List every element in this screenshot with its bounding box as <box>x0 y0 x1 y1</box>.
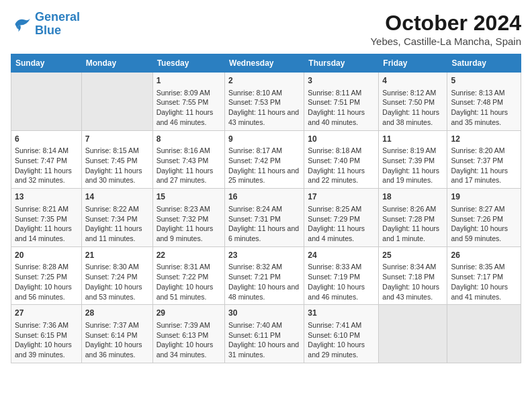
sunrise-text: Sunrise: 8:19 AM <box>382 146 436 154</box>
calendar-cell: 1Sunrise: 8:09 AMSunset: 7:55 PMDaylight… <box>152 73 224 131</box>
day-number: 30 <box>228 308 300 319</box>
day-number: 14 <box>85 191 149 203</box>
daylight-text: Daylight: 10 hours and 31 minutes. <box>228 340 299 359</box>
calendar-cell <box>81 73 152 131</box>
calendar-cell: 17Sunrise: 8:25 AMSunset: 7:29 PMDayligh… <box>304 189 379 247</box>
calendar-table: Sunday Monday Tuesday Wednesday Thursday… <box>11 54 521 363</box>
daylight-text: Daylight: 10 hours and 41 minutes. <box>451 283 508 301</box>
day-number: 17 <box>308 191 375 203</box>
calendar-cell: 27Sunrise: 7:36 AMSunset: 6:15 PMDayligh… <box>11 305 82 363</box>
sunset-text: Sunset: 7:18 PM <box>382 273 435 281</box>
sunrise-text: Sunrise: 8:20 AM <box>451 146 504 154</box>
daylight-text: Daylight: 10 hours and 46 minutes. <box>308 283 365 301</box>
daylight-text: Daylight: 11 hours and 1 minute. <box>382 224 439 242</box>
day-number: 16 <box>228 191 300 203</box>
day-number: 3 <box>308 75 375 87</box>
sunrise-text: Sunrise: 7:36 AM <box>15 321 69 329</box>
sunrise-text: Sunrise: 8:24 AM <box>228 205 282 213</box>
daylight-text: Daylight: 11 hours and 40 minutes. <box>308 108 365 126</box>
sunset-text: Sunset: 7:32 PM <box>157 215 209 223</box>
sunset-text: Sunset: 7:24 PM <box>85 273 138 281</box>
calendar-cell: 21Sunrise: 8:30 AMSunset: 7:24 PMDayligh… <box>81 246 152 305</box>
calendar-week-row: 20Sunrise: 8:28 AMSunset: 7:25 PMDayligh… <box>11 246 521 305</box>
sunset-text: Sunset: 7:29 PM <box>308 215 360 223</box>
col-friday: Friday <box>379 54 447 73</box>
sunrise-text: Sunrise: 8:33 AM <box>308 263 361 271</box>
logo-icon <box>11 13 32 35</box>
sunrise-text: Sunrise: 8:21 AM <box>15 205 69 213</box>
sunset-text: Sunset: 7:21 PM <box>228 273 281 281</box>
sunrise-text: Sunrise: 8:18 AM <box>308 146 361 154</box>
sunrise-text: Sunrise: 8:30 AM <box>85 263 139 271</box>
day-number: 21 <box>85 250 149 261</box>
sunset-text: Sunset: 7:28 PM <box>382 215 435 223</box>
daylight-text: Daylight: 11 hours and 32 minutes. <box>15 167 72 185</box>
calendar-cell: 12Sunrise: 8:20 AMSunset: 7:37 PMDayligh… <box>447 130 521 189</box>
day-number: 19 <box>451 191 517 203</box>
sunset-text: Sunset: 6:10 PM <box>308 331 360 339</box>
daylight-text: Daylight: 10 hours and 48 minutes. <box>228 283 299 301</box>
day-number: 24 <box>308 250 375 261</box>
daylight-text: Daylight: 10 hours and 53 minutes. <box>85 283 142 301</box>
day-number: 22 <box>157 250 221 261</box>
sunrise-text: Sunrise: 8:31 AM <box>157 263 210 271</box>
calendar-title: October 2024 <box>370 11 521 36</box>
sunset-text: Sunset: 7:26 PM <box>451 215 503 223</box>
calendar-week-row: 27Sunrise: 7:36 AMSunset: 6:15 PMDayligh… <box>11 305 521 363</box>
daylight-text: Daylight: 10 hours and 39 minutes. <box>15 340 72 359</box>
sunset-text: Sunset: 6:11 PM <box>228 331 281 339</box>
day-number: 25 <box>382 250 443 261</box>
sunset-text: Sunset: 6:15 PM <box>15 331 67 339</box>
sunset-text: Sunset: 7:42 PM <box>228 156 281 165</box>
day-number: 7 <box>85 134 149 145</box>
day-number: 18 <box>382 191 443 203</box>
sunset-text: Sunset: 7:43 PM <box>157 156 209 165</box>
daylight-text: Daylight: 11 hours and 4 minutes. <box>308 224 365 242</box>
daylight-text: Daylight: 11 hours and 11 minutes. <box>85 224 142 242</box>
daylight-text: Daylight: 10 hours and 36 minutes. <box>85 340 142 359</box>
sunset-text: Sunset: 7:17 PM <box>451 273 503 281</box>
sunrise-text: Sunrise: 8:28 AM <box>15 263 69 271</box>
daylight-text: Daylight: 11 hours and 30 minutes. <box>85 167 142 185</box>
day-number: 23 <box>228 250 300 261</box>
logo: General Blue <box>11 11 80 38</box>
day-number: 12 <box>451 134 517 145</box>
col-thursday: Thursday <box>304 54 379 73</box>
daylight-text: Daylight: 10 hours and 51 minutes. <box>157 283 214 301</box>
sunrise-text: Sunrise: 8:14 AM <box>15 146 69 154</box>
day-number: 10 <box>308 134 375 145</box>
calendar-cell: 4Sunrise: 8:12 AMSunset: 7:50 PMDaylight… <box>379 73 447 131</box>
calendar-cell: 13Sunrise: 8:21 AMSunset: 7:35 PMDayligh… <box>11 189 82 247</box>
day-number: 26 <box>451 250 517 261</box>
daylight-text: Daylight: 11 hours and 35 minutes. <box>451 108 508 126</box>
daylight-text: Daylight: 11 hours and 46 minutes. <box>157 108 214 126</box>
sunset-text: Sunset: 7:34 PM <box>85 215 138 223</box>
sunrise-text: Sunrise: 8:17 AM <box>228 146 282 154</box>
sunset-text: Sunset: 7:51 PM <box>308 98 360 106</box>
col-tuesday: Tuesday <box>152 54 224 73</box>
header-row: Sunday Monday Tuesday Wednesday Thursday… <box>11 54 521 73</box>
sunrise-text: Sunrise: 8:22 AM <box>85 205 139 213</box>
calendar-cell: 10Sunrise: 8:18 AMSunset: 7:40 PMDayligh… <box>304 130 379 189</box>
day-number: 9 <box>228 134 300 145</box>
sunset-text: Sunset: 7:55 PM <box>157 98 209 106</box>
page-header: General Blue October 2024 Yebes, Castill… <box>11 11 521 47</box>
col-monday: Monday <box>81 54 152 73</box>
sunrise-text: Sunrise: 8:10 AM <box>228 89 282 97</box>
day-number: 8 <box>157 134 221 145</box>
day-number: 2 <box>228 75 300 87</box>
sunrise-text: Sunrise: 8:35 AM <box>451 263 504 271</box>
calendar-cell: 18Sunrise: 8:26 AMSunset: 7:28 PMDayligh… <box>379 189 447 247</box>
logo-line1: General <box>35 10 80 24</box>
day-number: 27 <box>15 308 78 319</box>
day-number: 5 <box>451 75 517 87</box>
day-number: 6 <box>15 134 78 145</box>
sunset-text: Sunset: 7:45 PM <box>85 156 138 165</box>
daylight-text: Daylight: 11 hours and 9 minutes. <box>157 224 214 242</box>
col-saturday: Saturday <box>447 54 521 73</box>
sunset-text: Sunset: 7:53 PM <box>228 98 281 106</box>
logo-text: General Blue <box>35 11 80 38</box>
sunset-text: Sunset: 7:22 PM <box>157 273 209 281</box>
logo-line2: Blue <box>35 24 61 37</box>
sunset-text: Sunset: 7:40 PM <box>308 156 360 165</box>
